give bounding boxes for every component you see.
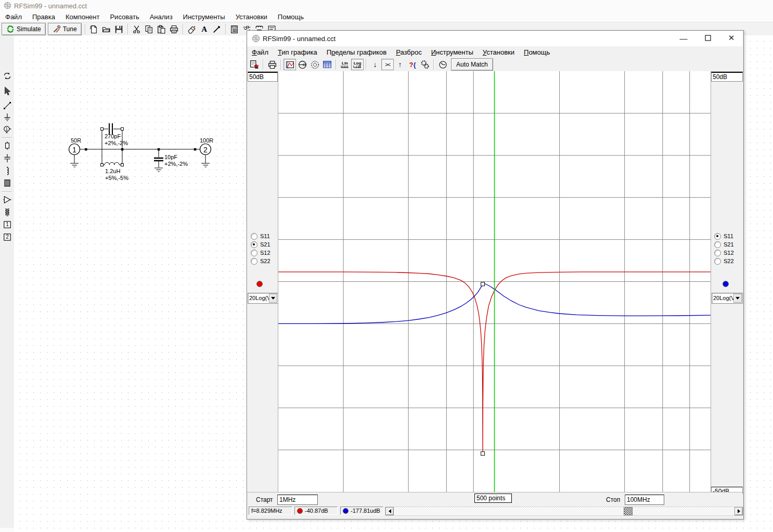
auto-match-button[interactable]: Auto Match — [451, 58, 493, 71]
lin-ruler-icon — [341, 65, 349, 68]
open-file-button[interactable] — [100, 23, 113, 35]
menu-component[interactable]: Компонент — [60, 12, 105, 22]
menu-analysis[interactable]: Анализ — [145, 12, 178, 22]
cut-button[interactable] — [131, 23, 143, 35]
right-format-dropdown[interactable]: 20Log(V — [712, 293, 743, 304]
gmenu-graph-limits[interactable]: Пределы графиков — [322, 47, 392, 57]
menu-help[interactable]: Помощь — [273, 12, 309, 22]
start-frequency-input[interactable] — [277, 495, 318, 505]
optimize-button[interactable] — [419, 59, 431, 70]
main-menubar: Файл Правка Компонент Рисовать Анализ Ин… — [0, 11, 773, 22]
copy-button[interactable] — [143, 23, 156, 35]
capacitor-270pF[interactable]: 270pF +2%,-2% — [102, 123, 128, 146]
line-tool-button[interactable] — [211, 23, 223, 35]
gmenu-settings[interactable]: Установки — [478, 47, 519, 57]
minimize-button[interactable]: — — [675, 31, 692, 45]
wire-tool-button[interactable] — [1, 99, 13, 112]
right-top-limit[interactable]: 50dB — [711, 72, 743, 82]
table-view-button[interactable] — [321, 59, 333, 70]
scroll-left-button[interactable] — [385, 507, 394, 515]
red-trace-readout: -40.87dB — [294, 507, 338, 515]
scrollbar-thumb[interactable] — [624, 507, 633, 515]
log-scale-button[interactable]: Log — [351, 59, 364, 70]
left-top-limit[interactable]: 50dB — [248, 72, 278, 82]
gmenu-tools[interactable]: Инструменты — [427, 47, 478, 57]
amplifier-tool-button[interactable] — [1, 193, 13, 206]
cursor-scrollbar[interactable] — [385, 507, 743, 516]
print-graph-button[interactable] — [266, 59, 278, 70]
rotate-tool-button[interactable] — [1, 70, 13, 82]
menu-draw[interactable]: Рисовать — [105, 12, 144, 22]
left-format-dropdown[interactable]: 20Log(V — [248, 293, 278, 304]
dropdown-arrow-icon[interactable] — [733, 294, 742, 303]
left-radio-s11[interactable]: S11 — [251, 232, 270, 240]
smith-chart-button[interactable] — [296, 59, 308, 70]
capacitor-10pF[interactable]: 10pF +2%,-2% — [154, 150, 188, 172]
move-trace-down-button[interactable]: ↓ — [369, 59, 381, 70]
crystal-icon — [3, 178, 12, 188]
dropdown-arrow-icon[interactable] — [269, 294, 277, 303]
delay-button[interactable] — [436, 59, 449, 70]
left-radio-s21[interactable]: S21 — [251, 241, 270, 248]
transformer-tool-button[interactable] — [1, 206, 13, 218]
svg-text:100R: 100R — [200, 137, 213, 144]
marker-snap-button[interactable]: >< — [381, 59, 394, 70]
export-graph-button[interactable] — [248, 59, 261, 70]
gmenu-graph-type[interactable]: Тип графика — [273, 47, 322, 57]
right-radio-s11[interactable]: S11 — [714, 232, 733, 240]
scroll-right-button[interactable] — [735, 507, 743, 515]
points-count[interactable]: 500 points — [474, 494, 512, 503]
text-tool-button[interactable]: A — [198, 23, 211, 35]
resistor-tool-button[interactable] — [1, 139, 13, 152]
node-dot — [158, 148, 160, 151]
subcircuit2-tool-button[interactable]: 2 — [1, 231, 13, 243]
paste-button[interactable] — [156, 23, 168, 35]
port-2[interactable]: 2 100R — [200, 137, 213, 167]
toolbar-separator — [183, 24, 184, 34]
ground-tool-button[interactable] — [1, 111, 13, 123]
gmenu-help[interactable]: Помощь — [519, 47, 555, 57]
inductor-1.2uH[interactable]: 1.2uH +5%,-5% — [102, 162, 128, 181]
port-1[interactable]: 1 50R — [69, 137, 82, 167]
stop-frequency-input[interactable] — [625, 495, 664, 505]
menu-edit[interactable]: Правка — [27, 12, 60, 22]
calculator-button[interactable] — [228, 23, 241, 35]
left-radio-s12[interactable]: S12 — [251, 249, 270, 256]
erase-button[interactable] — [186, 23, 198, 35]
linear-scale-button[interactable]: Lin — [339, 59, 351, 70]
move-trace-up-button[interactable]: ↑ — [394, 59, 406, 70]
crystal-tool-button[interactable] — [1, 177, 13, 189]
port-tool-button[interactable]: 1 — [1, 123, 13, 136]
select-tool-button[interactable] — [1, 85, 13, 97]
menu-tools[interactable]: Инструменты — [178, 12, 230, 22]
new-file-button[interactable] — [88, 23, 100, 35]
tune-label: Tune — [63, 25, 77, 33]
menu-file[interactable]: Файл — [0, 12, 27, 22]
gmenu-spread[interactable]: Разброс — [391, 47, 427, 57]
left-radio-s22[interactable]: S22 — [251, 257, 270, 265]
polar-chart-button[interactable] — [308, 59, 321, 70]
query-values-button[interactable]: ?{ — [406, 59, 419, 70]
inductor-tool-button[interactable] — [1, 164, 13, 177]
gmenu-file[interactable]: Файл — [247, 47, 273, 57]
subcircuit1-tool-button[interactable]: 1 — [1, 218, 13, 231]
save-button[interactable] — [113, 23, 125, 35]
tune-button[interactable]: Tune — [48, 23, 82, 35]
simulate-button[interactable]: Simulate — [2, 23, 46, 35]
left-trace-color-dot — [256, 281, 263, 287]
rectangular-plot-button[interactable] — [284, 59, 296, 70]
maximize-button[interactable] — [699, 31, 717, 45]
right-radio-s12[interactable]: S12 — [714, 249, 734, 256]
right-radio-s22[interactable]: S22 — [714, 257, 734, 265]
save-icon — [114, 25, 123, 34]
main-window-title: RFSim99 - unnamed.cct — [14, 2, 87, 10]
close-button[interactable]: ✕ — [723, 31, 740, 45]
graph-app-icon — [252, 34, 260, 43]
menu-settings[interactable]: Установки — [230, 12, 273, 22]
graph-titlebar[interactable]: RFSim99 - unnamed.cct — ✕ — [247, 31, 742, 46]
terminal — [101, 128, 104, 131]
right-radio-s21[interactable]: S21 — [714, 241, 734, 248]
cursor-status-bar: f=8.829MHz -40.87dB -177.81udB — [247, 506, 742, 515]
print-button[interactable] — [168, 23, 181, 35]
capacitor-tool-button[interactable] — [1, 152, 13, 164]
